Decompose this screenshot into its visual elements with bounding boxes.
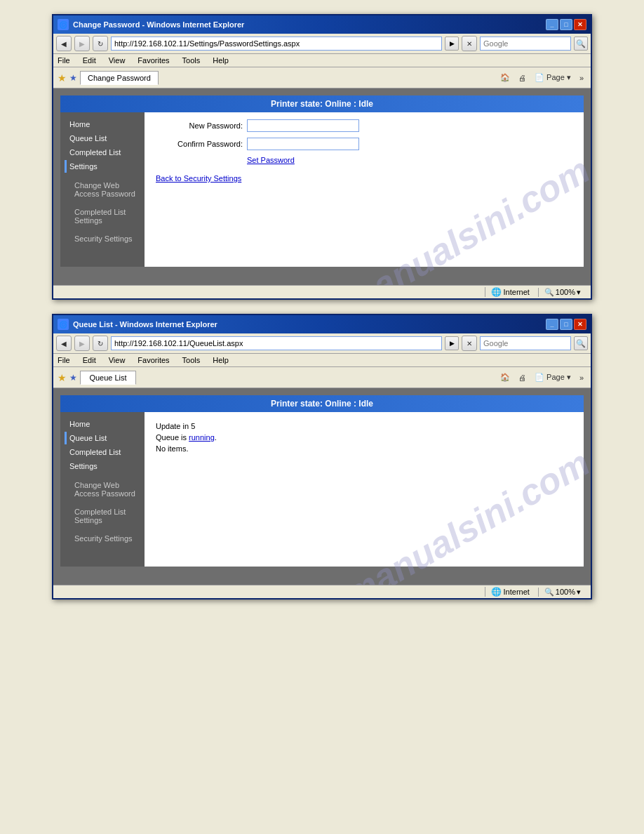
window-title-2: Queue List - Windows Internet Explorer: [73, 320, 542, 329]
queue-status-link[interactable]: running: [189, 433, 215, 442]
ie-icon-2: 🌀: [58, 319, 69, 330]
minimize-btn-2[interactable]: _: [546, 319, 558, 330]
sidebar-queuelist-2[interactable]: Queue List: [65, 432, 140, 444]
menu-help-1[interactable]: Help: [211, 55, 230, 65]
sidebar-home-2[interactable]: Home: [65, 418, 140, 430]
sidebar-completed-settings-1[interactable]: Completed List Settings: [65, 206, 140, 226]
sidebar-home-1[interactable]: Home: [65, 118, 140, 131]
sidebar-queuelist-1[interactable]: Queue List: [65, 132, 140, 145]
zoom-level-1: 100%: [556, 288, 575, 296]
home-toolbar-btn-2[interactable]: 🏠: [497, 371, 513, 383]
address-input-1[interactable]: [111, 37, 442, 51]
ie-window-1: 🌀 Change Password - Windows Internet Exp…: [52, 14, 592, 300]
queue-status-prefix: Queue is: [156, 433, 189, 442]
sidebar-settings-2[interactable]: Settings: [65, 460, 140, 472]
printer-status-2: Printer state: Online : Idle: [60, 395, 584, 412]
queue-content: Update in 5 Queue is running. No items.: [156, 419, 572, 458]
tab-2[interactable]: Queue List: [80, 371, 136, 385]
sidebar-change-password-2[interactable]: Change Web Access Password: [65, 479, 140, 499]
menu-view-2[interactable]: View: [107, 355, 127, 365]
menu-edit-2[interactable]: Edit: [81, 355, 98, 365]
zoom-icon-2: 🔍: [544, 588, 554, 597]
ie-icon-1: 🌀: [58, 19, 69, 30]
maximize-btn-2[interactable]: □: [560, 319, 572, 330]
stop-btn-1[interactable]: ✕: [462, 36, 477, 51]
close-btn-1[interactable]: ✕: [574, 19, 586, 30]
zoom-2: 🔍 100% ▾: [538, 588, 586, 597]
sidebar-completed-settings-2[interactable]: Completed List Settings: [65, 506, 140, 526]
titlebar-buttons-2: _ □ ✕: [546, 319, 586, 330]
print-btn-1[interactable]: 🖨: [516, 72, 529, 84]
sidebar-completedlist-1[interactable]: Completed List: [65, 146, 140, 159]
zone-label-2: Internet: [504, 588, 530, 596]
zoom-1: 🔍 100% ▾: [538, 288, 586, 297]
sidebar-security-1[interactable]: Security Settings: [65, 233, 140, 244]
back-link-row-1: Back to Security Settings: [156, 170, 572, 183]
menu-tools-1[interactable]: Tools: [181, 55, 202, 65]
content-wrapper-2: Printer state: Online : Idle Home Queue …: [53, 388, 591, 585]
more-btn-1[interactable]: »: [577, 72, 586, 84]
sidebar-completedlist-2[interactable]: Completed List: [65, 446, 140, 458]
menu-file-2[interactable]: File: [56, 355, 72, 365]
confirm-password-row: Confirm Password:: [156, 138, 572, 150]
toolbar-1: ★ ★ Change Password 🏠 🖨 📄 Page ▾ »: [53, 67, 591, 88]
page-btn-1[interactable]: 📄 Page ▾: [532, 72, 574, 84]
toolbar-2: ★ ★ Queue List 🏠 🖨 📄 Page ▾ »: [53, 367, 591, 388]
sidebar-change-password-1[interactable]: Change Web Access Password: [65, 180, 140, 199]
address-input-2[interactable]: [111, 336, 442, 350]
printer-body-1: Home Queue List Completed List Settings …: [60, 112, 584, 267]
menu-tools-2[interactable]: Tools: [181, 355, 202, 365]
search-btn-2[interactable]: 🔍: [574, 336, 588, 350]
set-password-row: Set Password: [156, 156, 572, 164]
main-content-2: Update in 5 Queue is running. No items.: [145, 412, 584, 567]
go-btn-1[interactable]: ▶: [445, 37, 459, 51]
search-btn-1[interactable]: 🔍: [574, 37, 588, 51]
new-password-input[interactable]: [247, 119, 359, 132]
search-input-1[interactable]: [480, 37, 571, 51]
forward-btn-2[interactable]: ▶: [74, 336, 90, 351]
tab-1[interactable]: Change Password: [80, 71, 159, 85]
refresh-btn-1[interactable]: ↻: [93, 36, 108, 51]
maximize-btn-1[interactable]: □: [560, 19, 572, 30]
minimize-btn-1[interactable]: _: [546, 19, 558, 30]
queue-status-row: Queue is running.: [156, 433, 572, 442]
menubar-2: File Edit View Favorites Tools Help: [53, 354, 591, 367]
more-btn-2[interactable]: »: [577, 372, 586, 383]
sidebar-settings-1[interactable]: Settings: [65, 160, 140, 173]
print-btn-2[interactable]: 🖨: [516, 372, 529, 383]
stop-btn-2[interactable]: ✕: [462, 336, 477, 351]
page-btn-2[interactable]: 📄 Page ▾: [532, 371, 574, 383]
menu-favorites-1[interactable]: Favorites: [136, 55, 170, 65]
menu-file-1[interactable]: File: [56, 55, 72, 65]
sidebar-2: Home Queue List Completed List Settings …: [60, 412, 145, 567]
favorites-star-2[interactable]: ★: [58, 372, 67, 383]
menu-help-2[interactable]: Help: [211, 355, 230, 365]
search-input-2[interactable]: [480, 336, 571, 350]
confirm-password-input[interactable]: [247, 138, 359, 150]
toolbar-right-2: 🏠 🖨 📄 Page ▾ »: [497, 371, 586, 383]
home-toolbar-btn-1[interactable]: 🏠: [497, 72, 513, 84]
titlebar-buttons-1: _ □ ✕: [546, 19, 586, 30]
set-password-link[interactable]: Set Password: [247, 156, 295, 164]
sidebar-security-2[interactable]: Security Settings: [65, 533, 140, 544]
menu-edit-1[interactable]: Edit: [81, 55, 98, 65]
favorites-star-1[interactable]: ★: [58, 72, 67, 84]
back-to-security-link[interactable]: Back to Security Settings: [156, 174, 241, 183]
titlebar-1: 🌀 Change Password - Windows Internet Exp…: [53, 15, 591, 34]
go-btn-2[interactable]: ▶: [445, 336, 459, 350]
ie-window-2: 🌀 Queue List - Windows Internet Explorer…: [52, 314, 592, 600]
favorites-star2-1[interactable]: ★: [69, 73, 77, 83]
update-text: Update in 5: [156, 422, 572, 430]
printer-body-2: Home Queue List Completed List Settings …: [60, 412, 584, 567]
close-btn-2[interactable]: ✕: [574, 319, 586, 330]
menubar-1: File Edit View Favorites Tools Help: [53, 54, 591, 67]
internet-icon-1: 🌐: [491, 287, 502, 297]
menu-favorites-2[interactable]: Favorites: [136, 355, 170, 365]
menu-view-1[interactable]: View: [107, 55, 127, 65]
favorites-star2-2[interactable]: ★: [69, 373, 77, 383]
back-btn-1[interactable]: ◀: [56, 36, 72, 51]
statusbar-2: 🌐 Internet 🔍 100% ▾: [53, 585, 591, 598]
back-btn-2[interactable]: ◀: [56, 336, 72, 351]
refresh-btn-2[interactable]: ↻: [93, 336, 108, 351]
forward-btn-1[interactable]: ▶: [74, 36, 90, 51]
